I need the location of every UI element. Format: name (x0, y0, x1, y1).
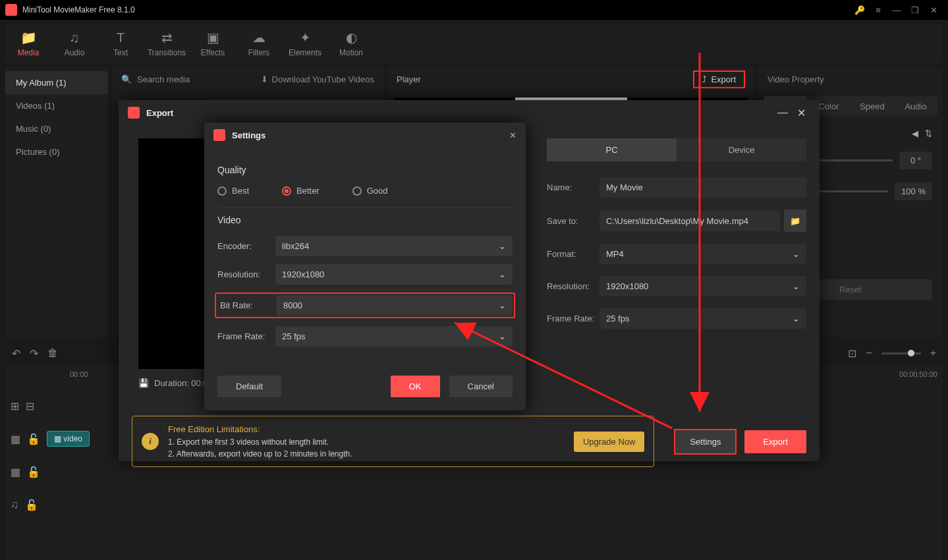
tab-effects[interactable]: ▣Effects (190, 24, 236, 63)
add-track-icon[interactable]: ⊞ (11, 400, 19, 412)
filters-icon: ☁ (252, 30, 265, 45)
resolution-select[interactable]: 1920x1080⌄ (599, 276, 806, 296)
encoder-label: Encoder: (217, 241, 275, 251)
framerate-select[interactable]: 25 fps⌄ (599, 308, 806, 329)
zoom-out-icon[interactable]: − (866, 347, 872, 359)
timeline-clip[interactable]: ▦ video (47, 431, 90, 447)
chevron-down-icon: ⌄ (499, 269, 506, 279)
folder-icon: 📁 (20, 30, 37, 45)
audio-track-icon[interactable]: ♫ (11, 499, 18, 511)
set-resolution-label: Resolution: (217, 269, 275, 279)
search-input[interactable]: Search media (137, 74, 190, 84)
name-label: Name: (547, 182, 599, 192)
tab-text[interactable]: TText (98, 24, 144, 63)
export-confirm-button[interactable]: Export (744, 430, 806, 453)
tab-audio[interactable]: ♫Audio (51, 24, 98, 63)
close-icon[interactable]: ✕ (924, 1, 943, 19)
resolution-label: Resolution: (547, 281, 599, 291)
sidebar-item-pictures[interactable]: Pictures (0) (5, 140, 108, 163)
key-icon[interactable]: 🔑 (850, 1, 869, 19)
bitrate-select[interactable]: 8000⌄ (277, 295, 513, 316)
undo-icon[interactable]: ↶ (12, 347, 20, 360)
saveto-input[interactable]: C:\Users\lizlu\Desktop\My Movie.mp4 (599, 211, 780, 231)
export-tab-device[interactable]: Device (677, 138, 806, 161)
resolution-value: 1920x1080 (606, 281, 648, 291)
app-title: MiniTool MovieMaker Free 8.1.0 (22, 5, 850, 14)
ok-button[interactable]: OK (391, 376, 440, 397)
export-icon: ⤴ (702, 74, 707, 84)
tab-media-label: Media (18, 48, 40, 57)
quality-good-radio[interactable]: Good (352, 186, 388, 196)
tab-filters[interactable]: ☁Filters (236, 24, 282, 63)
timeline-zoom-slider[interactable] (881, 352, 921, 354)
quality-better-radio[interactable]: Better (282, 186, 320, 196)
cancel-button[interactable]: Cancel (449, 376, 513, 397)
flip-h-icon[interactable]: ◀ (912, 128, 918, 138)
prop-tab-audio[interactable]: Audio (894, 96, 937, 117)
sidebar-item-myalbum[interactable]: My Album (1) (5, 71, 108, 94)
lock-audio-icon[interactable]: 🔓 (25, 499, 38, 511)
text-icon: T (117, 30, 125, 45)
rotation-value[interactable]: 0 ° (899, 152, 932, 169)
bitrate-value: 8000 (283, 300, 302, 310)
download-youtube-link[interactable]: Download YouTube Videos (272, 74, 374, 84)
tab-audio-label: Audio (65, 48, 85, 57)
delete-icon[interactable]: 🗑 (47, 347, 58, 359)
main-toolbar: 📁Media ♫Audio TText ⇄Transitions ▣Effect… (5, 24, 943, 63)
prop-tab-speed[interactable]: Speed (850, 96, 894, 117)
format-label: Format: (547, 249, 599, 259)
export-tab-pc[interactable]: PC (547, 138, 677, 161)
quality-best-radio[interactable]: Best (217, 186, 249, 196)
tab-transitions[interactable]: ⇄Transitions (144, 24, 190, 63)
link-track-icon[interactable]: ⊟ (26, 400, 34, 412)
zoom-value[interactable]: 100 % (895, 182, 932, 200)
chevron-down-icon: ⌄ (499, 241, 506, 251)
video-heading: Video (217, 215, 513, 225)
menu-icon[interactable]: ≡ (869, 1, 887, 19)
download-icon: ⬇ (261, 74, 268, 84)
format-select[interactable]: MP4⌄ (599, 244, 806, 264)
export-close-icon[interactable]: ✕ (792, 107, 810, 119)
sidebar-item-videos[interactable]: Videos (1) (5, 94, 108, 117)
titlebar: MiniTool MovieMaker Free 8.1.0 🔑 ≡ — ❐ ✕ (0, 0, 948, 20)
encoder-value: libx264 (282, 241, 309, 251)
export-dialog-title: Export (146, 108, 773, 118)
sidebar-item-music[interactable]: Music (0) (5, 117, 108, 140)
minimize-icon[interactable]: — (887, 1, 906, 19)
search-icon[interactable]: 🔍 (121, 74, 132, 84)
export-button-top[interactable]: ⤴ Export (693, 70, 745, 88)
tab-effects-label: Effects (201, 48, 225, 57)
lock-track-icon[interactable]: 🔓 (27, 433, 40, 445)
export-minimize-icon[interactable]: — (773, 107, 792, 119)
quality-heading: Quality (217, 165, 513, 175)
chevron-down-icon: ⌄ (793, 314, 800, 323)
tab-transitions-label: Transitions (148, 48, 186, 57)
zoom-in-icon[interactable]: + (930, 347, 936, 359)
browse-button[interactable]: 📁 (784, 210, 806, 232)
sub-track-icon[interactable]: ▦ (11, 466, 20, 478)
limit-title: Free Edition Limitations: (168, 423, 565, 436)
encoder-select[interactable]: libx264⌄ (275, 236, 513, 256)
lock-sub-icon[interactable]: 🔓 (27, 466, 40, 478)
tab-motion[interactable]: ◐Motion (328, 24, 374, 63)
redo-icon[interactable]: ↷ (30, 347, 38, 360)
chevron-down-icon: ⌄ (499, 331, 506, 341)
tab-elements[interactable]: ✦Elements (282, 24, 328, 63)
ruler-time-1: 00:00:50:00 (899, 370, 937, 386)
saveto-value: C:\Users\lizlu\Desktop\My Movie.mp4 (606, 216, 748, 226)
set-framerate-select[interactable]: 25 fps⌄ (275, 326, 513, 347)
export-settings-button[interactable]: Settings (674, 429, 737, 455)
media-sidebar: My Album (1) Videos (1) Music (0) Pictur… (5, 67, 108, 337)
name-input[interactable]: My Movie (599, 177, 806, 198)
framerate-label: Frame Rate: (547, 314, 599, 323)
set-resolution-select[interactable]: 1920x1080⌄ (275, 264, 513, 285)
video-track-icon[interactable]: ▦ (11, 433, 20, 445)
upgrade-button[interactable]: Upgrade Now (574, 432, 645, 452)
tab-media[interactable]: 📁Media (5, 24, 51, 63)
settings-close-icon[interactable]: ✕ (509, 130, 516, 140)
flip-v-icon[interactable]: ⇅ (925, 128, 932, 138)
maximize-icon[interactable]: ❐ (906, 1, 924, 19)
default-button[interactable]: Default (217, 376, 281, 397)
quality-good-label: Good (367, 186, 388, 196)
fit-icon[interactable]: ⊡ (848, 347, 856, 360)
